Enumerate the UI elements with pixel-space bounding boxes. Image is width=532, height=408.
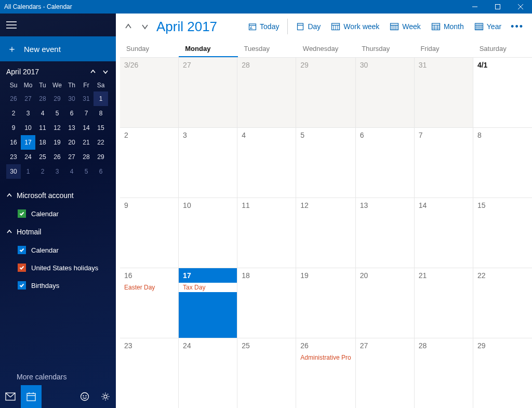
day-cell[interactable]: 9 xyxy=(120,198,179,268)
day-cell[interactable]: 29 xyxy=(473,338,532,408)
mini-day[interactable]: 16 xyxy=(6,135,21,150)
next-page-button[interactable] xyxy=(138,19,152,34)
mini-day[interactable]: 10 xyxy=(21,121,35,135)
mini-day[interactable]: 28 xyxy=(79,150,94,164)
day-cell[interactable]: 10 xyxy=(179,198,237,268)
month-view-button[interactable]: Month xyxy=(427,20,468,33)
day-cell[interactable]: 13 xyxy=(356,198,415,268)
mini-day[interactable]: 17 xyxy=(21,135,35,150)
day-view-button[interactable]: Day xyxy=(292,20,325,33)
mini-day[interactable]: 1 xyxy=(21,164,35,179)
settings-button[interactable] xyxy=(95,385,116,408)
more-actions-button[interactable]: ••• xyxy=(508,21,527,32)
day-header[interactable]: Sunday xyxy=(120,40,179,57)
day-cell[interactable]: 27 xyxy=(179,57,237,127)
day-header[interactable]: Saturday xyxy=(473,40,532,57)
day-cell[interactable]: 19 xyxy=(296,268,355,338)
today-button[interactable]: Today xyxy=(244,20,283,33)
day-cell[interactable]: 23 xyxy=(120,338,179,408)
calendar-checkbox-item[interactable]: United States holidays xyxy=(6,259,114,277)
mini-day[interactable]: 2 xyxy=(6,106,21,121)
mini-day[interactable]: 21 xyxy=(79,135,94,150)
day-cell[interactable]: 18 xyxy=(237,268,296,338)
mini-day[interactable]: 4 xyxy=(64,164,79,179)
account-header[interactable]: Hotmail xyxy=(6,222,114,241)
day-cell[interactable]: 28 xyxy=(415,338,473,408)
mini-prev-month[interactable] xyxy=(87,65,99,78)
year-view-button[interactable]: Year xyxy=(470,20,506,33)
mini-day[interactable]: 14 xyxy=(79,121,94,135)
day-cell[interactable]: 5 xyxy=(296,127,355,198)
mini-day[interactable]: 2 xyxy=(35,164,50,179)
day-header[interactable]: Tuesday xyxy=(238,40,297,57)
mini-day[interactable]: 27 xyxy=(64,150,79,164)
day-cell[interactable]: 20 xyxy=(356,268,415,338)
mini-day[interactable]: 18 xyxy=(35,135,50,150)
day-cell[interactable]: 4 xyxy=(237,127,296,198)
day-header[interactable]: Friday xyxy=(414,40,473,57)
day-cell[interactable]: 27 xyxy=(356,338,415,408)
feedback-button[interactable] xyxy=(74,385,95,408)
day-cell[interactable]: 24 xyxy=(179,338,237,408)
mini-day[interactable]: 12 xyxy=(50,121,64,135)
mini-day[interactable]: 31 xyxy=(79,91,94,106)
day-cell[interactable]: 26Administrative Pro xyxy=(296,338,355,408)
mail-tab[interactable] xyxy=(0,385,21,408)
day-cell[interactable]: 6 xyxy=(356,127,415,198)
day-cell[interactable]: 12 xyxy=(296,198,355,268)
day-cell[interactable]: 8 xyxy=(473,127,532,198)
mini-day[interactable]: 22 xyxy=(94,135,108,150)
mini-day[interactable]: 9 xyxy=(6,121,21,135)
mini-day[interactable]: 28 xyxy=(35,91,50,106)
mini-day[interactable]: 3 xyxy=(21,106,35,121)
mini-day[interactable]: 27 xyxy=(21,91,35,106)
mini-day[interactable]: 15 xyxy=(94,121,108,135)
window-minimize-button[interactable] xyxy=(463,0,486,14)
mini-day[interactable]: 7 xyxy=(79,106,94,121)
account-header[interactable]: Microsoft account xyxy=(6,186,114,205)
day-header[interactable]: Monday xyxy=(179,40,237,57)
mini-day[interactable]: 26 xyxy=(50,150,64,164)
mini-day[interactable]: 26 xyxy=(6,91,21,106)
calendar-tab[interactable] xyxy=(21,385,42,408)
prev-page-button[interactable] xyxy=(121,19,136,34)
mini-day[interactable]: 23 xyxy=(6,150,21,164)
calendar-checkbox-item[interactable]: Birthdays xyxy=(6,277,114,294)
day-cell[interactable]: 31 xyxy=(415,57,473,127)
event-item[interactable]: Tax Day xyxy=(179,283,237,292)
day-cell[interactable]: 11 xyxy=(237,198,296,268)
day-header[interactable]: Wednesday xyxy=(297,40,355,57)
mini-day[interactable]: 4 xyxy=(35,106,50,121)
day-cell[interactable]: 2 xyxy=(120,127,179,198)
mini-day[interactable]: 1 xyxy=(94,91,108,106)
mini-day[interactable]: 5 xyxy=(50,106,64,121)
mini-day[interactable]: 29 xyxy=(94,150,108,164)
mini-day[interactable]: 13 xyxy=(64,121,79,135)
mini-day[interactable]: 25 xyxy=(35,150,50,164)
mini-day[interactable]: 3 xyxy=(50,164,64,179)
event-item[interactable]: Administrative Pro xyxy=(300,354,351,361)
calendar-checkbox-item[interactable]: Calendar xyxy=(6,241,114,259)
event-item[interactable]: Easter Day xyxy=(124,284,174,291)
mini-day[interactable]: 11 xyxy=(35,121,50,135)
mini-day[interactable]: 29 xyxy=(50,91,64,106)
day-cell[interactable]: 3/26 xyxy=(120,57,179,127)
day-cell[interactable]: 3 xyxy=(179,127,237,198)
day-cell[interactable]: 16Easter Day xyxy=(120,268,179,338)
day-cell[interactable]: 25 xyxy=(237,338,296,408)
workweek-view-button[interactable]: Work week xyxy=(327,20,383,33)
day-cell[interactable]: 22 xyxy=(473,268,532,338)
day-cell[interactable]: 4/1 xyxy=(473,57,532,127)
mini-day[interactable]: 20 xyxy=(64,135,79,150)
calendar-checkbox-item[interactable]: Calendar xyxy=(6,205,114,222)
day-cell[interactable]: 7 xyxy=(415,127,473,198)
mini-day[interactable]: 19 xyxy=(50,135,64,150)
mini-day[interactable]: 6 xyxy=(94,164,108,179)
week-view-button[interactable]: Week xyxy=(385,20,425,33)
day-cell[interactable]: 15 xyxy=(473,198,532,268)
mini-day[interactable]: 5 xyxy=(79,164,94,179)
day-cell[interactable]: 30 xyxy=(356,57,415,127)
day-cell[interactable]: 21 xyxy=(415,268,473,338)
day-cell[interactable]: 14 xyxy=(415,198,473,268)
window-maximize-button[interactable] xyxy=(486,0,509,14)
